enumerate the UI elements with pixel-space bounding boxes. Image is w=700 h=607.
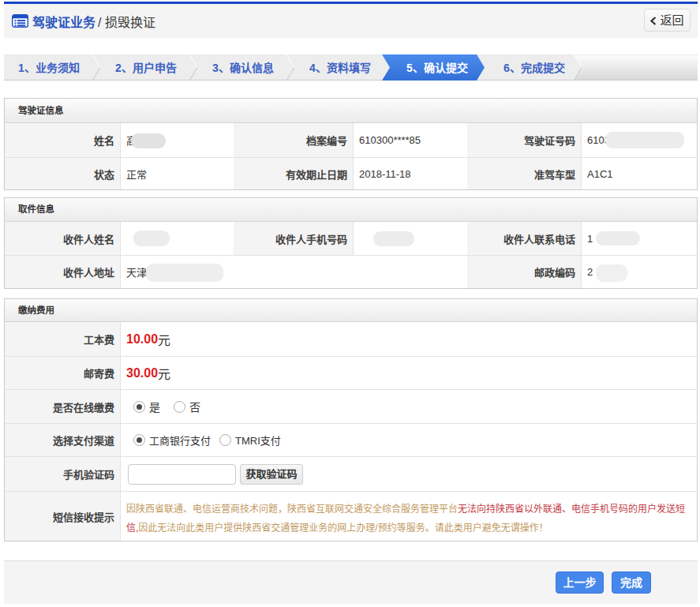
svg-text:5、确认提交: 5、确认提交 [406,62,468,74]
svg-text:1、业务须知: 1、业务须知 [18,62,80,74]
svg-text:4、资料填写: 4、资料填写 [309,62,371,74]
svg-text:2、用户申告: 2、用户申告 [115,62,177,74]
svg-text:3、确认信息: 3、确认信息 [212,62,274,74]
svg-text:6、完成提交: 6、完成提交 [503,62,565,74]
